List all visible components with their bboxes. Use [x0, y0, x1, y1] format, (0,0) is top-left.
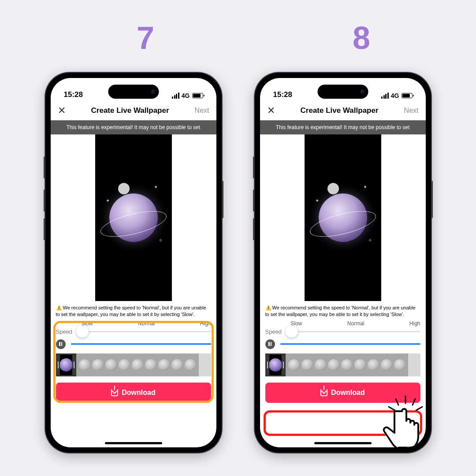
dynamic-island	[108, 85, 159, 99]
battery-icon	[192, 93, 203, 98]
nav-title: Create Live Wallpaper	[91, 106, 169, 115]
video-timeline[interactable]	[265, 353, 420, 376]
timeline-frames[interactable]	[286, 353, 408, 376]
download-button[interactable]: Download	[265, 383, 420, 403]
phone-frame-8: 15:28 4G ✕ Create Live Wallpaper Next Th…	[255, 73, 431, 453]
planet-graphic	[109, 193, 158, 242]
download-label: Download	[122, 389, 155, 397]
highlight-download-button	[264, 410, 422, 436]
planet-graphic	[319, 193, 367, 242]
signal-icon	[381, 93, 389, 99]
timeline-frames[interactable]	[76, 353, 199, 376]
experimental-banner: This feature is experimental! It may not…	[260, 120, 426, 134]
download-label: Download	[331, 389, 364, 397]
network-label: 4G	[391, 92, 399, 99]
next-button[interactable]: Next	[195, 107, 209, 115]
step-number-8: 8	[353, 20, 370, 56]
slider-thumb[interactable]	[76, 325, 89, 338]
nav-bar: ✕ Create Live Wallpaper Next	[260, 101, 426, 120]
home-indicator	[105, 442, 162, 444]
battery-icon	[402, 93, 413, 98]
wallpaper-preview: ✦✧✦	[305, 134, 381, 301]
network-label: 4G	[182, 92, 190, 99]
speed-option-normal: Normal	[302, 320, 409, 327]
warning-icon: ⚠️	[56, 305, 62, 310]
playback-progress[interactable]	[280, 343, 420, 345]
wallpaper-preview: ✦✧✦	[95, 134, 172, 301]
speed-recommendation: ⚠️We recommend setting the speed to 'Nor…	[51, 301, 216, 319]
download-button[interactable]: Download	[56, 383, 211, 403]
speed-section: Slow Normal High Speed	[51, 319, 216, 335]
speed-option-high: High	[409, 320, 420, 327]
svg-line-3	[389, 407, 395, 410]
screen-7: 15:28 4G ✕ Create Live Wallpaper Next Th…	[51, 78, 216, 447]
status-time: 15:28	[64, 90, 83, 99]
svg-line-4	[416, 407, 422, 410]
slider-thumb[interactable]	[286, 325, 298, 338]
phone-frame-7: 15:28 4G ✕ Create Live Wallpaper Next Th…	[45, 73, 222, 453]
speed-slider[interactable]	[82, 331, 211, 332]
speed-section: Slow Normal High Speed	[260, 319, 426, 335]
speed-option-high: High	[200, 320, 211, 327]
playback-progress[interactable]	[71, 343, 211, 345]
timeline-selection[interactable]	[265, 353, 286, 376]
tap-cursor-icon	[376, 395, 426, 447]
pause-button[interactable]	[56, 339, 66, 349]
speed-recommendation: ⚠️We recommend setting the speed to 'Nor…	[260, 301, 426, 319]
speed-option-normal: Normal	[93, 320, 200, 327]
timeline-selection[interactable]	[56, 353, 76, 376]
speed-label: Speed	[56, 328, 77, 335]
warning-icon: ⚠️	[265, 305, 271, 310]
close-icon[interactable]: ✕	[58, 105, 66, 116]
nav-bar: ✕ Create Live Wallpaper Next	[51, 101, 216, 120]
next-button[interactable]: Next	[404, 107, 419, 115]
home-indicator	[314, 442, 372, 444]
experimental-banner: This feature is experimental! It may not…	[51, 120, 216, 134]
step-number-7: 7	[137, 20, 154, 56]
screen-8: 15:28 4G ✕ Create Live Wallpaper Next Th…	[260, 78, 426, 447]
pause-button[interactable]	[265, 339, 275, 349]
video-timeline[interactable]	[56, 353, 211, 376]
trim-handle-right[interactable]	[282, 355, 285, 375]
speed-slider[interactable]	[292, 331, 420, 332]
dynamic-island	[317, 85, 368, 99]
trim-handle-left[interactable]	[56, 355, 60, 375]
download-icon	[320, 389, 327, 396]
close-icon[interactable]: ✕	[267, 105, 275, 116]
signal-icon	[172, 93, 179, 99]
status-time: 15:28	[273, 90, 292, 99]
trim-handle-right[interactable]	[72, 355, 76, 375]
nav-title: Create Live Wallpaper	[301, 106, 379, 115]
speed-label: Speed	[265, 328, 286, 335]
download-icon	[111, 389, 118, 396]
trim-handle-left[interactable]	[266, 355, 269, 375]
